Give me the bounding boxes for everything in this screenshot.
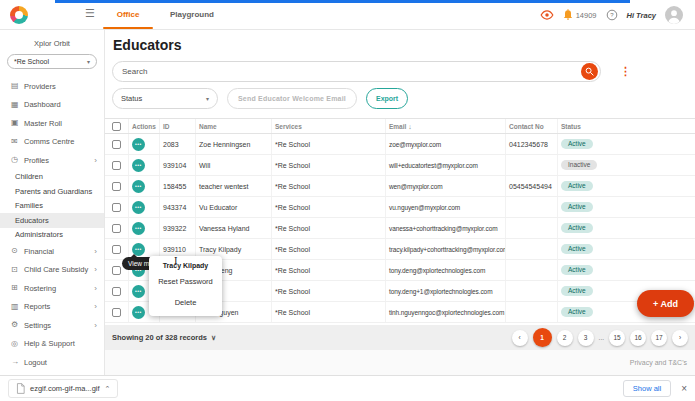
status-badge: Active bbox=[561, 181, 593, 192]
browser-loading-bar bbox=[55, 0, 630, 3]
sidebar-item-label: Master Roll bbox=[24, 119, 62, 128]
hamburger-menu-icon[interactable]: ☰ bbox=[85, 8, 95, 19]
page-title: Educators bbox=[113, 37, 181, 53]
help-chat-icon[interactable]: ? bbox=[606, 9, 618, 21]
row-checkbox[interactable] bbox=[112, 224, 121, 233]
row-actions-button[interactable]: ••• bbox=[132, 180, 145, 193]
chevron-up-icon[interactable]: ⌃ bbox=[105, 385, 111, 393]
status-filter-select[interactable]: Status ▾ bbox=[112, 88, 218, 109]
chevron-right-icon: › bbox=[94, 247, 97, 256]
row-checkbox[interactable] bbox=[112, 182, 121, 191]
status-badge: Active bbox=[561, 223, 593, 234]
row-actions-button[interactable]: ••• bbox=[132, 138, 145, 151]
cell-email: will+educatortest@myxplor.com bbox=[386, 155, 506, 175]
close-icon[interactable]: × bbox=[681, 384, 687, 394]
export-button[interactable]: Export bbox=[366, 88, 408, 109]
sidebar-item-reports[interactable]: ▥Reports› bbox=[0, 298, 104, 317]
sidebar-item-profiles[interactable]: ◷Profiles› bbox=[0, 151, 104, 170]
add-button[interactable]: + Add bbox=[637, 290, 694, 317]
row-checkbox[interactable] bbox=[112, 308, 121, 317]
send-welcome-email-button[interactable]: Send Educator Welcome Email bbox=[227, 88, 357, 109]
row-checkbox[interactable] bbox=[112, 266, 121, 275]
page-prev-button[interactable]: ‹ bbox=[512, 330, 528, 346]
cell-contact: 05454545494 bbox=[506, 176, 558, 196]
search-input[interactable] bbox=[122, 67, 581, 76]
column-name: Name bbox=[196, 119, 272, 133]
avatar[interactable] bbox=[665, 6, 683, 24]
sidebar-item-children[interactable]: Children bbox=[0, 170, 104, 185]
cell-contact bbox=[506, 260, 558, 280]
chevron-right-icon: › bbox=[94, 156, 97, 165]
privacy-link[interactable]: Privacy and T&C's bbox=[630, 359, 687, 366]
download-item[interactable]: ezgif.com-gif-ma...gif ⌃ bbox=[8, 379, 118, 398]
sidebar-item-providers[interactable]: ▤Providers bbox=[0, 77, 104, 96]
cell-contact bbox=[506, 155, 558, 175]
row-actions-button[interactable]: ••• bbox=[132, 285, 145, 298]
sidebar-item-educators[interactable]: Educators bbox=[0, 213, 104, 228]
row-checkbox[interactable] bbox=[112, 287, 121, 296]
cell-contact bbox=[506, 281, 558, 301]
cell-id: 939104 bbox=[160, 155, 196, 175]
records-summary[interactable]: Showing 20 of 328 records ∨ bbox=[112, 333, 216, 342]
privacy-strip: Privacy and T&C's bbox=[105, 350, 695, 375]
row-checkbox[interactable] bbox=[112, 161, 121, 170]
sidebar-nav: ▤Providers ▦Dashboard ▣Master Roll ✉Comm… bbox=[0, 77, 104, 372]
cell-contact: 0412345678 bbox=[506, 134, 558, 154]
cell-name: teacher wentest bbox=[196, 176, 272, 196]
page-next-button[interactable]: › bbox=[672, 330, 688, 346]
row-actions-button[interactable]: ••• bbox=[132, 222, 145, 235]
row-checkbox[interactable] bbox=[112, 245, 121, 254]
status-badge: Active bbox=[561, 139, 593, 150]
kebab-menu-icon[interactable]: ⋮ bbox=[620, 65, 631, 77]
pagination: ‹ 1 2 3 ... 15 16 17 › bbox=[512, 328, 688, 347]
browser-download-bar: ezgif.com-gif-ma...gif ⌃ Show all × bbox=[0, 375, 695, 401]
cell-services: *Re School bbox=[272, 281, 386, 301]
sidebar-item-label: Comms Centre bbox=[24, 137, 74, 146]
show-all-downloads-button[interactable]: Show all bbox=[623, 380, 671, 397]
sidebar-item-families[interactable]: Families bbox=[0, 199, 104, 214]
eye-icon[interactable] bbox=[540, 10, 554, 20]
sidebar-item-parents-guardians[interactable]: Parents and Guardians bbox=[0, 184, 104, 199]
search-button[interactable] bbox=[581, 63, 598, 80]
sidebar-item-administrators[interactable]: Administrators bbox=[0, 228, 104, 243]
column-contact: Contact No bbox=[506, 119, 558, 133]
context-menu-reset-password[interactable]: Reset Password bbox=[149, 271, 222, 289]
row-actions-button[interactable]: ••• bbox=[132, 159, 145, 172]
row-actions-button[interactable]: ••• bbox=[132, 201, 145, 214]
column-email[interactable]: Email↓ bbox=[386, 119, 506, 133]
sidebar-item-logout[interactable]: →Logout bbox=[0, 353, 104, 372]
sort-desc-icon: ↓ bbox=[408, 123, 412, 130]
sidebar-item-settings[interactable]: ⚙Settings› bbox=[0, 316, 104, 335]
cell-contact bbox=[506, 218, 558, 238]
cell-name: Vu Educator bbox=[196, 197, 272, 217]
sidebar-item-help-support[interactable]: ◎Help & Support bbox=[0, 335, 104, 354]
select-all-checkbox[interactable] bbox=[112, 122, 121, 131]
sidebar-item-master-roll[interactable]: ▣Master Roll bbox=[0, 114, 104, 133]
row-actions-button[interactable]: ••• bbox=[132, 306, 145, 319]
cell-id: 939322 bbox=[160, 218, 196, 238]
page-button-17[interactable]: 17 bbox=[651, 330, 667, 346]
page-button-15[interactable]: 15 bbox=[609, 330, 625, 346]
sidebar-item-comms-centre[interactable]: ✉Comms Centre bbox=[0, 133, 104, 152]
sidebar-item-financial[interactable]: ⊙Financial› bbox=[0, 242, 104, 261]
envelope-icon: ✉ bbox=[11, 138, 24, 146]
subsidy-icon: ⊡ bbox=[11, 266, 24, 274]
page-button-3[interactable]: 3 bbox=[578, 330, 594, 346]
bell-icon[interactable] bbox=[563, 9, 573, 21]
page-button-1[interactable]: 1 bbox=[533, 328, 552, 347]
tab-office[interactable]: Office bbox=[103, 0, 153, 29]
sidebar-item-label: Reports bbox=[24, 302, 50, 311]
context-menu-delete[interactable]: Delete bbox=[149, 289, 222, 310]
row-checkbox[interactable] bbox=[112, 140, 121, 149]
cell-email: tracy.kilpady+cohorttracking@myxplor.com bbox=[386, 239, 506, 259]
sidebar-item-dashboard[interactable]: ▦Dashboard bbox=[0, 96, 104, 115]
page-button-16[interactable]: 16 bbox=[630, 330, 646, 346]
sidebar-item-rostering[interactable]: ⊞Rostering› bbox=[0, 279, 104, 298]
page-button-2[interactable]: 2 bbox=[557, 330, 573, 346]
school-selector[interactable]: *Re School ▾ bbox=[7, 54, 97, 69]
column-email-label: Email bbox=[389, 123, 406, 130]
chevron-down-icon: ▾ bbox=[206, 95, 209, 102]
row-checkbox[interactable] bbox=[112, 203, 121, 212]
tab-playground[interactable]: Playground bbox=[160, 0, 224, 29]
sidebar-item-child-care-subsidy[interactable]: ⊡Child Care Subsidy› bbox=[0, 261, 104, 280]
